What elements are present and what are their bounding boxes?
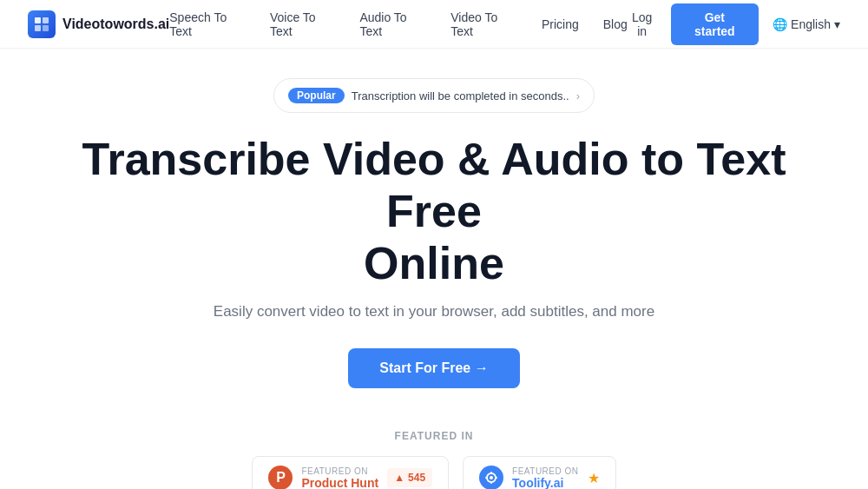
toolify-text: FEATURED ON Toolify.ai <box>512 466 578 489</box>
site-logo[interactable]: Videotowords.ai <box>28 10 169 38</box>
featured-badges: P FEATURED ON Product Hunt ▲ 545 <box>28 456 840 489</box>
logo-icon <box>28 10 56 38</box>
toolify-icon <box>479 466 503 489</box>
toolify-badge[interactable]: FEATURED ON Toolify.ai ★ <box>463 456 615 489</box>
svg-point-5 <box>490 476 493 479</box>
svg-rect-1 <box>43 17 49 23</box>
ph-label-big: Product Hunt <box>301 476 378 489</box>
svg-rect-2 <box>35 25 41 31</box>
nav-speech-to-text[interactable]: Speech To Text <box>169 10 246 38</box>
nav-right: Log in Get started 🌐 English ▾ <box>628 3 840 45</box>
toolify-label-big: Toolify.ai <box>512 476 563 489</box>
product-hunt-badge[interactable]: P FEATURED ON Product Hunt ▲ 545 <box>252 456 449 489</box>
nav-audio-to-text[interactable]: Audio To Text <box>359 10 426 38</box>
language-label: English <box>791 17 831 31</box>
svg-rect-3 <box>43 25 49 31</box>
chevron-down-icon: ▾ <box>834 17 840 31</box>
hero-subtext: Easily convert video to text in your bro… <box>71 303 797 320</box>
announcement-banner[interactable]: Popular Transcription will be completed … <box>273 78 595 113</box>
banner-arrow-icon: › <box>576 89 580 102</box>
hero-section: Transcribe Video & Audio to Text Free On… <box>43 113 825 423</box>
nav-video-to-text[interactable]: Video To Text <box>450 10 517 38</box>
ph-label-small: FEATURED ON <box>301 466 367 476</box>
banner-message: Transcription will be completed in secon… <box>352 89 569 102</box>
ph-upvote-count: ▲ 545 <box>387 468 432 487</box>
navigation: Videotowords.ai Speech To Text Voice To … <box>0 0 868 49</box>
nav-links: Speech To Text Voice To Text Audio To Te… <box>169 10 627 38</box>
language-selector[interactable]: 🌐 English ▾ <box>773 17 840 31</box>
banner-badge: Popular <box>288 88 345 103</box>
logo-text: Videotowords.ai <box>62 17 169 32</box>
hero-heading-line2: Online <box>364 238 504 288</box>
toolify-star-icon: ★ <box>588 470 600 486</box>
toolify-label-small: FEATURED ON <box>512 466 578 476</box>
product-hunt-icon: P <box>268 466 293 489</box>
product-hunt-text: FEATURED ON Product Hunt <box>301 466 378 489</box>
globe-icon: 🌐 <box>773 17 787 31</box>
svg-rect-0 <box>35 17 41 23</box>
ph-count: 545 <box>408 472 425 484</box>
ph-upvote-arrow: ▲ <box>394 472 404 484</box>
nav-blog[interactable]: Blog <box>603 17 628 31</box>
hero-heading-line1: Transcribe Video & Audio to Text Free <box>82 134 786 236</box>
hero-heading: Transcribe Video & Audio to Text Free On… <box>71 134 797 289</box>
nav-pricing[interactable]: Pricing <box>542 17 579 31</box>
featured-label: FEATURED IN <box>28 430 840 442</box>
featured-section: FEATURED IN P FEATURED ON Product Hunt ▲… <box>0 423 868 489</box>
hero-cta-button[interactable]: Start For Free → <box>348 348 519 388</box>
get-started-button[interactable]: Get started <box>671 3 760 45</box>
nav-voice-to-text[interactable]: Voice To Text <box>270 10 335 38</box>
login-button[interactable]: Log in <box>628 10 657 38</box>
